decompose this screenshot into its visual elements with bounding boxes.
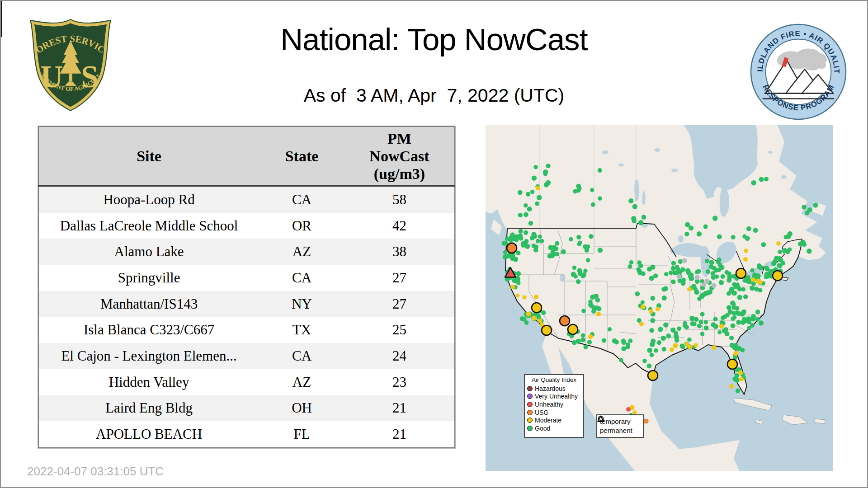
monitor-dot	[687, 287, 692, 291]
monitor-dot	[670, 347, 674, 352]
monitor-dot	[694, 290, 699, 295]
monitor-dot	[524, 230, 528, 235]
monitor-dot	[518, 213, 523, 217]
monitor-dot	[741, 287, 746, 292]
monitor-dot	[515, 293, 519, 297]
monitor-dot	[713, 324, 718, 329]
monitor-dot	[759, 177, 764, 182]
monitor-dot	[681, 278, 686, 282]
monitor-dot	[584, 345, 588, 349]
site-cell: Isla Blanca C323/C667	[38, 317, 259, 343]
monitor-dot	[580, 273, 585, 278]
monitor-dot	[802, 242, 807, 247]
monitor-dot	[712, 216, 718, 221]
monitor-dot	[651, 296, 656, 301]
monitor-dot	[519, 229, 523, 234]
monitor-dot	[658, 327, 663, 332]
monitor-dot	[524, 320, 529, 325]
aqi-legend-item: Hazardous	[527, 385, 581, 393]
table-row: Laird Eng BldgOH21	[38, 395, 455, 422]
monitor-dot	[726, 278, 731, 283]
monitor-dot	[576, 184, 581, 189]
table-header-row: Site State PM NowCast (ug/m3)	[38, 127, 455, 186]
monitor-dot	[731, 302, 736, 307]
monitor-dot	[532, 316, 537, 321]
value-cell: 23	[344, 369, 455, 395]
monitor-dot	[685, 222, 690, 227]
state-cell: NY	[259, 291, 344, 317]
monitor-dot	[649, 309, 653, 314]
report-page: FOREST SERVICE U S DEPARTMENT OF AGRICUL…	[0, 0, 868, 488]
monitor-dot	[666, 333, 671, 338]
monitor-dot	[676, 274, 681, 279]
monitor-dot	[740, 312, 745, 317]
monitor-dot	[503, 250, 507, 254]
monitor-dot	[735, 311, 739, 315]
aqi-color-swatch	[527, 426, 533, 431]
monitor-dot	[509, 237, 513, 241]
monitor-dot	[746, 226, 751, 231]
monitor-dot	[758, 288, 763, 292]
state-cell: FL	[259, 421, 344, 448]
monitor-dot	[813, 203, 818, 208]
monitor-dot	[581, 309, 585, 313]
monitor-dot	[755, 317, 760, 322]
aqi-legend-title: Air Quality Index	[527, 376, 581, 383]
monitor-dot	[538, 319, 542, 323]
monitor-dot	[519, 236, 524, 241]
monitor-dot	[731, 317, 735, 321]
pm-header-line: (ug/m3)	[345, 165, 454, 183]
table-row: Alamo LakeAZ38	[38, 239, 455, 265]
monitor-dot	[694, 317, 699, 322]
monitor-dot	[554, 247, 559, 251]
site-cell: APOLLO BEACH	[38, 421, 259, 448]
generated-timestamp: 2022-04-07 03:31:05 UTC	[27, 465, 164, 479]
monitor-dot	[534, 295, 538, 299]
monitor-dot	[514, 238, 519, 242]
monitor-dot	[526, 192, 530, 197]
monitor-dot	[704, 320, 708, 324]
monitor-dot	[532, 244, 536, 248]
monitor-dot	[703, 291, 708, 296]
monitor-dot	[638, 220, 644, 225]
monitor-dot	[717, 267, 722, 272]
monitor-dot	[673, 343, 678, 348]
monitor-dot	[580, 338, 585, 343]
shape-legend-label: temporary	[600, 418, 631, 425]
value-cell: 21	[344, 421, 455, 448]
table-row: Dallas LaCreole Middle SchoolOR42	[38, 213, 455, 239]
monitor-dot	[674, 333, 679, 338]
monitor-dot	[591, 305, 596, 310]
monitor-dot	[555, 241, 559, 246]
monitor-dot	[536, 239, 540, 244]
table-row: SpringvilleCA27	[38, 265, 455, 291]
monitor-dot	[807, 249, 812, 254]
value-cell: 21	[344, 395, 455, 422]
monitor-dot	[589, 234, 594, 239]
monitor-dot	[693, 343, 698, 347]
monitor-dot	[576, 235, 581, 239]
monitor-dot	[586, 258, 590, 262]
state-cell: CA	[259, 186, 344, 213]
value-cell: 24	[344, 343, 455, 369]
monitor-dot	[695, 275, 700, 280]
monitor-dot	[628, 198, 633, 203]
monitor-dot	[784, 235, 788, 239]
value-cell: 38	[344, 239, 455, 265]
monitor-dot	[643, 418, 648, 423]
monitor-dot	[671, 280, 676, 285]
monitor-dot	[745, 236, 750, 241]
table-row: El Cajon - Lexington Elemen...CA24	[38, 343, 455, 369]
top-site-circle-marker	[532, 303, 542, 313]
monitor-dot	[719, 324, 724, 329]
monitor-dot	[657, 340, 661, 345]
monitor-dot	[650, 353, 654, 357]
site-cell: Hidden Valley	[38, 369, 259, 395]
monitor-dot	[573, 189, 577, 193]
monitor-dot	[776, 241, 781, 246]
monitor-dot	[737, 295, 742, 300]
aqi-color-swatch	[527, 410, 533, 415]
aqi-legend-item: Good	[527, 424, 581, 432]
site-cell: Hoopa-Loop Rd	[38, 186, 259, 213]
monitor-dot	[717, 235, 722, 239]
